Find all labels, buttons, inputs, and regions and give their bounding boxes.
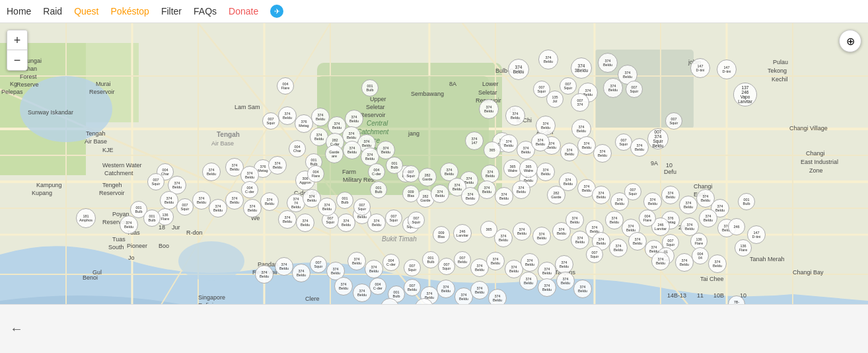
- pokemon-marker[interactable]: 374 Beldu: [120, 216, 138, 234]
- pokemon-marker[interactable]: 374 Beldu: [478, 180, 496, 199]
- pokemon-marker[interactable]: 374 Beldu: [470, 281, 489, 299]
- pokemon-marker[interactable]: 374 Beldu: [292, 264, 310, 282]
- pokemon-marker[interactable]: 007 Beldu: [404, 279, 421, 296]
- pokemon-marker[interactable]: 374 Beldu: [243, 199, 262, 217]
- pokemon-marker[interactable]: 001 Bulb: [386, 157, 403, 174]
- pokemon-marker[interactable]: 374 Beldu: [593, 144, 612, 163]
- pokemon-marker[interactable]: 374 Beldu: [367, 214, 386, 232]
- pokemon-marker[interactable]: 374 Beldu: [675, 253, 694, 272]
- pokemon-marker[interactable]: 004 C-der: [241, 181, 258, 198]
- pokemon-marker[interactable]: 007 Squir: [402, 165, 419, 182]
- pokemon-marker[interactable]: 001 Bulb: [336, 192, 353, 209]
- pokemon-marker[interactable]: 374 Beldu: [538, 278, 556, 297]
- pokemon-marker[interactable]: 374 Beldu: [565, 211, 584, 229]
- pokemon-marker[interactable]: 007 Squir: [147, 173, 164, 190]
- pokemon-marker[interactable]: 374 Beldu: [278, 210, 297, 229]
- pokemon-marker[interactable]: 374 Beldu: [538, 262, 556, 280]
- pokemon-marker[interactable]: 374 Beldu: [494, 229, 513, 247]
- pokemon-marker[interactable]: 374 Beldu: [609, 239, 628, 257]
- pokemon-marker[interactable]: 147 D-tini: [690, 58, 710, 78]
- pokemon-marker[interactable]: 374 Beldu: [347, 252, 366, 270]
- pokemon-marker[interactable]: 365: [484, 141, 501, 159]
- pokemon-marker[interactable]: 374 Beldu: [345, 110, 363, 128]
- pokemon-marker[interactable]: 374 Beldu: [431, 184, 449, 203]
- pokemon-marker[interactable]: 374 Beldu: [296, 214, 314, 232]
- pokemon-marker[interactable]: 374 Beldu: [661, 186, 680, 204]
- pokemon-marker[interactable]: 374 Beldu: [679, 196, 698, 214]
- pokemon-marker[interactable]: 374 Beldu: [337, 214, 355, 232]
- pokemon-marker[interactable]: 009 Blas: [402, 185, 419, 202]
- pokemon-marker[interactable]: 007 Squir: [624, 183, 641, 200]
- pokemon-marker[interactable]: 007 Squir: [404, 259, 421, 276]
- pokemon-marker[interactable]: 282 Garde: [418, 168, 437, 186]
- pokemon-marker[interactable]: 374 Beldu: [630, 138, 649, 157]
- pokemon-marker[interactable]: 374 Beldu: [343, 141, 361, 159]
- pokemon-marker[interactable]: 007 Squir: [408, 212, 425, 229]
- pokemon-marker[interactable]: 374 3Beldu: [571, 58, 592, 79]
- pokemon-marker[interactable]: Garde are: [325, 145, 344, 163]
- pokemon-marker[interactable]: 007 374: [571, 93, 589, 112]
- pokemon-marker[interactable]: 374 Beldu: [598, 53, 618, 73]
- pokemon-marker[interactable]: 374 Beldu: [192, 191, 211, 210]
- pokemon-marker[interactable]: 374 Beldu: [699, 209, 717, 227]
- pokemon-marker[interactable]: 374 Beldu: [437, 280, 455, 298]
- pokemon-marker[interactable]: 007 Squir: [385, 210, 402, 227]
- pokemon-marker[interactable]: 374 Beldu: [225, 191, 244, 210]
- pokemon-marker[interactable]: 374 Beldu: [532, 227, 551, 245]
- nav-faqs[interactable]: FAQs: [194, 6, 217, 17]
- pokemon-marker[interactable]: 374 Beldu: [479, 99, 499, 119]
- pokemon-marker[interactable]: 001 Bulb: [361, 79, 379, 97]
- pokemon-marker[interactable]: 374 Beldu: [651, 252, 670, 270]
- pokemon-marker[interactable]: 374 Beldu: [334, 277, 353, 295]
- pokemon-marker[interactable]: 374 Beldu: [555, 255, 573, 274]
- pokemon-marker[interactable]: 007 374 Squir Beldu: [647, 128, 669, 149]
- pokemon-marker[interactable]: 376 Metag: [295, 114, 313, 133]
- pokemon-marker[interactable]: 374 Beldu: [461, 187, 480, 206]
- pokemon-marker[interactable]: 004 Flare: [277, 77, 294, 95]
- pokemon-marker[interactable]: 374 Beldu: [536, 163, 555, 181]
- nav-pokestop[interactable]: Pokéstop: [111, 6, 149, 17]
- pokemon-marker[interactable]: 374 Beldu: [499, 134, 518, 153]
- pokemon-marker[interactable]: 365 Walre: [519, 159, 538, 178]
- pokemon-marker[interactable]: 007 Squir: [438, 258, 455, 275]
- pokemon-marker[interactable]: 004 C-der: [369, 278, 386, 295]
- pokemon-marker[interactable]: 374 Beldu: [255, 265, 273, 284]
- pokemon-marker[interactable]: 004 04: [692, 247, 709, 264]
- pokemon-marker[interactable]: 374 Beldu: [519, 272, 538, 290]
- pokemon-marker[interactable]: 007 Squir: [586, 246, 603, 263]
- pokemon-marker[interactable]: 001 Bulb: [422, 251, 439, 268]
- pokemon-marker[interactable]: 007 Squir: [626, 81, 643, 98]
- pokemon-marker[interactable]: 374 Beldu: [628, 232, 647, 251]
- pokemon-marker[interactable]: 374 Beldu: [538, 50, 558, 69]
- pokemon-marker[interactable]: 374 Beldu: [643, 192, 662, 211]
- pokemon-marker[interactable]: 374 Beldu: [209, 199, 227, 217]
- pokemon-marker[interactable]: 004 Flare: [307, 165, 324, 182]
- pokemon-marker[interactable]: 007 Squir: [176, 198, 194, 216]
- nav-raid[interactable]: Raid: [43, 6, 62, 17]
- pokemon-marker[interactable]: 007 Squir: [665, 112, 682, 130]
- nav-home[interactable]: Home: [7, 6, 31, 17]
- pokemon-marker[interactable]: 374 Beldu: [495, 187, 513, 206]
- pokemon-marker[interactable]: 374 Beldu: [512, 180, 530, 199]
- pokemon-marker[interactable]: 374 Beldu: [275, 257, 293, 276]
- pokemon-marker[interactable]: 374 Beldu: [560, 143, 579, 161]
- pokemon-marker[interactable]: 374 Beldu: [311, 108, 330, 126]
- nav-filter[interactable]: Filter: [161, 6, 182, 17]
- nav-donate[interactable]: Donate: [229, 6, 258, 17]
- pokemon-marker[interactable]: 004 Char: [289, 140, 306, 157]
- pokemon-marker[interactable]: 004 C-der: [368, 163, 385, 180]
- pokemon-marker[interactable]: 374 Beldu: [318, 198, 336, 216]
- pokemon-marker[interactable]: 374 Beldu: [486, 252, 505, 270]
- pokemon-marker[interactable]: 004 Flare: [639, 210, 656, 227]
- pokemon-marker[interactable]: 004 C-der: [382, 254, 400, 271]
- pokemon-marker[interactable]: 147 D-tini: [717, 59, 737, 79]
- pokemon-marker[interactable]: 374 Beldu: [365, 260, 383, 278]
- pokemon-marker[interactable]: 246 Larvitar: [453, 224, 472, 243]
- pokemon-marker[interactable]: 181 Amphos: [76, 208, 96, 228]
- pokemon-marker[interactable]: 374 Beldu: [505, 106, 525, 126]
- pokemon-marker[interactable]: 374 Beldu: [573, 280, 592, 298]
- pokemon-marker[interactable]: 374 Beldu: [603, 78, 623, 98]
- pokemon-marker[interactable]: 009 Blas: [433, 226, 450, 243]
- pokemon-marker[interactable]: 374 Beldu: [260, 192, 279, 211]
- pokemon-marker[interactable]: 282 Garde: [547, 186, 565, 204]
